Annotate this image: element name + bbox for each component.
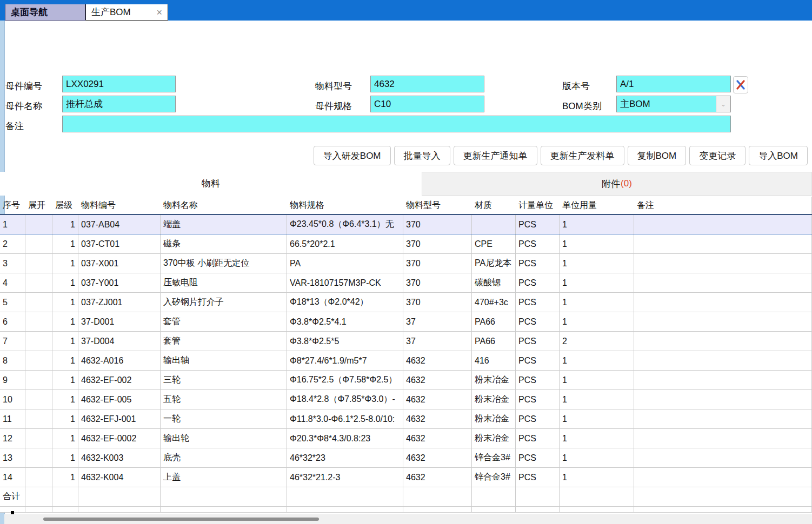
cell: 1 [52, 351, 78, 370]
cell [25, 371, 52, 389]
column-header[interactable]: 序号 [0, 197, 25, 214]
table-row[interactable]: 21037-CT01磁条66.5*20*2.1370CPEPCS1 [0, 234, 812, 254]
toolbar-button-1[interactable]: 批量导入 [394, 146, 450, 165]
column-header[interactable]: 计量单位 [516, 197, 560, 214]
table-row[interactable]: 1214632-EF-0002输出轮Φ20.3*Φ8*4.3/0.8:23463… [0, 429, 812, 448]
cell: 14 [0, 468, 25, 487]
table-total-row: 合计 [0, 487, 812, 507]
cell [634, 332, 812, 351]
material-model-input[interactable] [370, 76, 484, 92]
cell: 底壳 [161, 448, 287, 467]
cell: 一轮 [161, 409, 287, 428]
column-header[interactable]: 物料规格 [287, 197, 403, 214]
cell: PCS [516, 429, 560, 448]
version-tools-button[interactable] [733, 76, 748, 93]
parent-name-input[interactable] [62, 96, 176, 112]
cell: 1 [52, 429, 78, 448]
tab-desktop-navigation-label: 桌面导航 [11, 6, 48, 18]
cell [472, 507, 516, 512]
tab-attachments[interactable]: 附件 (0) [422, 172, 812, 196]
table-row[interactable]: 1114632-EFJ-001一轮Φ11.8*3.0-Φ6.1*2.5-8.0/… [0, 409, 812, 429]
parent-code-input[interactable] [62, 76, 176, 92]
column-header[interactable]: 备注 [634, 197, 812, 214]
cell: 4632 [403, 390, 472, 409]
column-header[interactable]: 物料编号 [78, 197, 161, 214]
cell: 4632 [403, 468, 472, 487]
parent-spec-input[interactable] [370, 96, 484, 112]
column-header[interactable]: 层级 [52, 197, 78, 214]
cell: Φ3.8*Φ2.5*4.1 [287, 312, 403, 331]
horizontal-scrollbar[interactable] [4, 514, 812, 524]
close-tab-icon[interactable]: × [156, 8, 162, 17]
cell: 037-ZJ001 [78, 293, 161, 312]
cell: 370 [403, 273, 472, 292]
toolbar-button-5[interactable]: 变更记录 [689, 146, 746, 165]
column-header[interactable]: 物料型号 [403, 197, 472, 214]
bom-type-label: BOM类别 [562, 100, 602, 112]
cell [634, 234, 812, 253]
cell: 9 [0, 371, 25, 389]
column-header[interactable]: 材质 [472, 197, 516, 214]
cell: 1 [52, 448, 78, 467]
toolbar-button-0[interactable]: 导入研发BOM [314, 146, 391, 165]
table-row[interactable]: 1314632-K003底壳46*32*234632锌合金3#PCS1 [0, 448, 812, 468]
cell [25, 507, 52, 512]
table-row[interactable]: 1414632-K004上盖46*32*21.2-34632锌合金3#PCS1 [0, 468, 812, 487]
cell [25, 273, 52, 292]
cell [516, 507, 560, 512]
table-row[interactable]: 1014632-EF-005五轮Φ18.4*2.8（Φ7.85*Φ3.0）-46… [0, 390, 812, 409]
cell [25, 468, 52, 487]
cell: 1 [52, 273, 78, 292]
cell [25, 351, 52, 370]
toolbar-button-3[interactable]: 更新生产发料单 [541, 146, 624, 165]
cell: 4632-K003 [78, 448, 161, 467]
cell: 2 [560, 332, 634, 351]
cell: PCS [516, 351, 560, 370]
cell: 1 [560, 312, 634, 331]
cell: 2 [0, 234, 25, 253]
remark-label: 备注 [5, 120, 24, 132]
table-row[interactable]: 7137-D004套管Φ3.8*Φ2.5*537PA66PCS2 [0, 332, 812, 351]
toolbar-button-2[interactable]: 更新生产通知单 [454, 146, 537, 165]
cell [25, 448, 52, 467]
horizontal-scrollbar-thumb[interactable] [43, 518, 319, 521]
table-row[interactable]: 814632-A016输出轴Φ8*27.4/6*1.9/m5*74632416P… [0, 351, 812, 371]
table-row[interactable]: 6137-D001套管Φ3.8*Φ2.5*4.137PA66PCS1 [0, 312, 812, 332]
cell [25, 429, 52, 448]
column-header[interactable]: 物料名称 [161, 197, 287, 214]
cell [78, 487, 161, 506]
cell [25, 215, 52, 234]
cell [287, 487, 403, 506]
column-header[interactable]: 展开 [25, 197, 52, 214]
cell: 66.5*20*2.1 [287, 234, 403, 253]
version-input[interactable] [616, 76, 731, 92]
toolbar-button-6[interactable]: 导入BOM [749, 146, 808, 165]
column-header[interactable]: 单位用量 [560, 197, 634, 214]
cell: 粉末冶金 [472, 371, 516, 389]
table-row[interactable]: 41037-Y001压敏电阻VAR-18107157M3P-CK370碳酸锶PC… [0, 273, 812, 293]
cell [634, 215, 812, 234]
parent-name-label: 母件名称 [5, 100, 42, 112]
cell: 3 [0, 254, 25, 273]
cell: 416 [472, 351, 516, 370]
table-row[interactable]: 914632-EF-002三轮Φ16.75*2.5（Φ7.58*Φ2.5）463… [0, 371, 812, 390]
table-row[interactable]: 51037-ZJ001入矽钢片打介子Φ18*13（Φ2.0*42）370470#… [0, 293, 812, 312]
tab-production-bom[interactable]: 生产BOM × [85, 4, 168, 21]
cell: 三轮 [161, 371, 287, 389]
cell: PA [287, 254, 403, 273]
cell: 11 [0, 409, 25, 428]
bom-type-select[interactable]: 主BOM ⌄ [616, 96, 731, 112]
toolbar-button-4[interactable]: 复制BOM [628, 146, 687, 165]
tab-materials[interactable]: 物料 [0, 172, 422, 196]
tab-desktop-navigation[interactable]: 桌面导航 [5, 4, 85, 21]
cell: PCS [516, 468, 560, 487]
cell [516, 487, 560, 506]
table-row[interactable]: 11037-AB04端盖Φ23.45*0.8（Φ6.4*3.1）无370PCS1 [0, 214, 812, 234]
table-row[interactable]: 31037-X001370中板 小刷距无定位PA370PA尼龙本PCS1 [0, 254, 812, 273]
table-partial-row [0, 507, 812, 513]
cell: 1 [560, 293, 634, 312]
remark-input[interactable] [62, 116, 731, 132]
chevron-down-icon[interactable]: ⌄ [716, 96, 730, 112]
cell [25, 293, 52, 312]
cell: 5 [0, 293, 25, 312]
